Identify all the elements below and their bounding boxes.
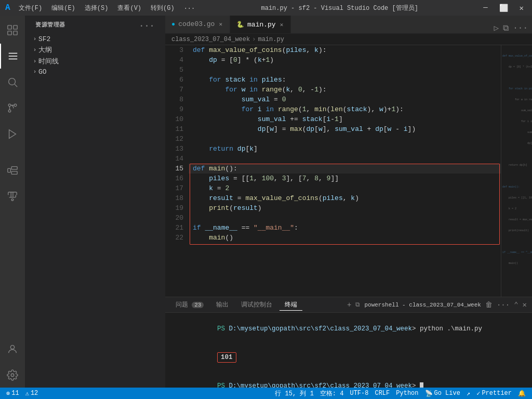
linenum-15: 15: [165, 164, 183, 174]
tab-more-button[interactable]: ···: [513, 23, 528, 33]
sidebar-title: 资源管理器: [35, 21, 65, 29]
panel-close-button[interactable]: ✕: [523, 300, 527, 309]
code-line-14: [189, 154, 501, 164]
status-line-ending[interactable]: CRLF: [371, 388, 393, 399]
antenna-icon: 📡: [425, 390, 433, 397]
split-editor-button[interactable]: ⧉: [503, 23, 509, 33]
linenum-4: 4: [165, 55, 183, 65]
editor-panel-split: 3 4 5 6 7 8 9 10 11 12 13 14 15 16 17 18: [165, 45, 532, 388]
svg-line-5: [15, 84, 17, 87]
prettier-check-icon: ✓: [476, 390, 480, 397]
menu-more[interactable]: ...: [180, 3, 200, 14]
status-golive[interactable]: 📡 Go Live: [422, 388, 463, 399]
breadcrumb-sep: ›: [252, 36, 256, 43]
code-line-18: result = max_value_of_coins(piles, k): [189, 193, 501, 203]
activity-search[interactable]: [0, 70, 25, 95]
panel-tab-output[interactable]: 输出: [211, 299, 234, 310]
menu-select[interactable]: 选择(S): [81, 3, 113, 14]
terminal-line-3: PS D:\mysetup\gopath\src\sf2\class_2023_…: [170, 372, 527, 388]
linenum-20: 20: [165, 213, 183, 223]
svg-point-4: [9, 78, 16, 85]
go-file-icon: ●: [171, 21, 175, 28]
activity-extensions[interactable]: [0, 18, 25, 43]
terminal-ps-label: PS: [217, 325, 229, 332]
menu-goto[interactable]: 转到(G): [147, 3, 179, 14]
panel-split-button[interactable]: ⧉: [355, 301, 360, 309]
tab-mainpy[interactable]: 🐍 main.py ✕: [230, 16, 291, 33]
status-spaces[interactable]: 空格: 4: [317, 388, 347, 399]
tab-code03go[interactable]: ● code03.go ✕: [165, 16, 230, 33]
svg-marker-9: [9, 130, 16, 139]
code-line-10: sum_val += stack[i-1]: [189, 114, 501, 124]
linenum-11: 11: [165, 124, 183, 134]
activity-extensions2[interactable]: [0, 158, 25, 183]
svg-point-6: [8, 104, 11, 107]
menu-edit[interactable]: 编辑(E): [47, 3, 79, 14]
sidebar-item-outline[interactable]: › 大纲: [25, 44, 165, 56]
sidebar-item-sf2[interactable]: › SF2: [25, 34, 165, 44]
run-button[interactable]: ▷: [494, 23, 499, 33]
panel-tab-terminal[interactable]: 终端: [280, 299, 302, 311]
breadcrumb-file[interactable]: main.py: [258, 36, 284, 43]
sidebar-item-timeline[interactable]: › 时间线: [25, 56, 165, 67]
error-icon: ⊗: [6, 390, 10, 397]
status-warnings[interactable]: ⚠ 12: [22, 388, 42, 399]
activity-run[interactable]: [0, 122, 25, 147]
code-line-16: piles = [[1, 100, 3], [7, 8, 9]]: [189, 174, 501, 183]
sidebar-header: 资源管理器 ...: [25, 16, 165, 33]
panel-maximize-button[interactable]: ⌃: [514, 300, 518, 309]
svg-point-15: [11, 374, 14, 377]
terminal-cursor: [420, 382, 423, 388]
share-icon: ↗: [467, 390, 470, 397]
sidebar-arrow-go: ›: [33, 69, 36, 75]
panel-tab-problems[interactable]: 问题 23: [170, 299, 209, 310]
status-share[interactable]: ↗: [463, 388, 473, 399]
terminal-cmd: > python .\main.py: [412, 325, 482, 332]
activity-account[interactable]: [0, 337, 25, 362]
status-errors[interactable]: ⊗ 11: [3, 388, 22, 399]
terminal-ps-label-2: PS: [217, 382, 229, 388]
code-line-17: k = 2: [189, 183, 501, 193]
status-encoding[interactable]: UTF-8: [347, 388, 371, 399]
tab-bar: ● code03.go ✕ 🐍 main.py ✕ ▷ ⧉ ···: [165, 16, 532, 34]
panel-add-button[interactable]: +: [347, 301, 351, 309]
window-minimize-button[interactable]: ─: [480, 3, 490, 13]
activity-git[interactable]: [0, 96, 25, 121]
status-line-col[interactable]: 行 15, 列 1: [272, 388, 316, 399]
main-layout: 资源管理器 ... › SF2 › 大纲 › 时间线 › GO: [0, 16, 532, 388]
breadcrumb-folder[interactable]: class_2023_07_04_week: [171, 36, 250, 43]
window-close-button[interactable]: ✕: [516, 3, 527, 14]
sidebar-label-timeline: 时间线: [38, 57, 59, 66]
code-line-21: if __name__ == "__main__":: [189, 223, 501, 233]
activity-test[interactable]: [0, 184, 25, 209]
svg-rect-2: [8, 31, 11, 35]
status-prettier[interactable]: ✓ Prettier: [473, 388, 515, 399]
terminal-prompt: >: [412, 382, 420, 388]
activity-settings[interactable]: [0, 363, 25, 388]
line-col-text: 行 15, 列 1: [275, 389, 313, 398]
status-notifications[interactable]: 🔔: [515, 388, 529, 399]
activity-explorer[interactable]: [0, 44, 25, 69]
panel-tab-debug[interactable]: 调试控制台: [236, 299, 277, 310]
linenum-10: 10: [165, 114, 183, 124]
status-language[interactable]: Python: [393, 388, 421, 399]
terminal-path: D:\mysetup\gopath\src\sf2\class_2023_07_…: [229, 325, 413, 332]
terminal-content[interactable]: PS D:\mysetup\gopath\src\sf2\class_2023_…: [165, 313, 532, 388]
linenum-14: 14: [165, 154, 183, 164]
editor-area: ● code03.go ✕ 🐍 main.py ✕ ▷ ⧉ ··· class_…: [165, 16, 532, 388]
sidebar-item-go[interactable]: › GO: [25, 67, 165, 77]
sidebar-arrow-timeline: ›: [33, 59, 36, 64]
tab-close-mainpy[interactable]: ✕: [279, 21, 285, 29]
linenum-17: 17: [165, 183, 183, 193]
code-editor[interactable]: def max_value_of_coins(piles, k): dp = […: [189, 45, 501, 297]
tab-close-code03go[interactable]: ✕: [218, 20, 223, 28]
linenum-12: 12: [165, 134, 183, 144]
window-restore-button[interactable]: ⬜: [496, 3, 511, 14]
panel-more-button[interactable]: ···: [497, 301, 510, 309]
svg-point-13: [11, 199, 14, 201]
terminal-trash-icon[interactable]: 🗑: [485, 301, 493, 309]
sidebar-more-button[interactable]: ...: [139, 20, 155, 29]
menu-file[interactable]: 文件(F): [15, 3, 47, 14]
window-title: main.py - sf2 - Visual Studio Code [管理员]: [199, 4, 480, 12]
menu-view[interactable]: 查看(V): [113, 3, 145, 14]
